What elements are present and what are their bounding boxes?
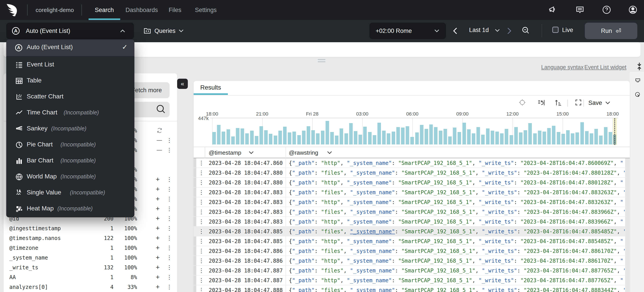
menu-item-table[interactable]: Table <box>6 73 134 89</box>
field-row--write-ts[interactable]: _write_ts132100%+⋮ <box>4 263 177 273</box>
language-syntax-link[interactable]: Language syntax <box>541 64 584 70</box>
add-field-button[interactable]: + <box>156 234 160 242</box>
add-field-button[interactable]: + <box>156 175 160 183</box>
add-field-button[interactable]: + <box>156 283 160 291</box>
interactions-icon[interactable] <box>635 92 641 98</box>
help-icon[interactable] <box>602 5 612 15</box>
visualization-selector[interactable]: A Auto (Event List) <box>6 23 134 39</box>
field-row--system-name[interactable]: _system_name1100%+⋮ <box>4 253 177 263</box>
row-menu-icon[interactable]: ⋮ <box>198 159 204 166</box>
row-menu-icon[interactable]: ⋮ <box>198 228 204 235</box>
time-range-label[interactable]: Last 1d <box>469 27 489 33</box>
event-list-widget-link[interactable]: Event List widget <box>584 64 626 70</box>
refresh-icon[interactable] <box>156 127 163 134</box>
field-row-analyzers-0-[interactable]: analyzers[0]433%+⋮ <box>4 282 177 292</box>
field-menu-icon[interactable]: ⋮ <box>166 244 172 251</box>
collapse-vertical-icon[interactable] <box>636 62 643 71</box>
field-menu-icon[interactable]: ⋮ <box>166 176 172 183</box>
crosshair-icon[interactable] <box>518 99 526 106</box>
time-forward-icon[interactable] <box>507 27 511 34</box>
corelight-logo-icon[interactable] <box>5 3 20 17</box>
fullscreen-icon[interactable] <box>574 99 582 106</box>
add-field-button[interactable]: + <box>156 264 160 271</box>
row-menu-icon[interactable]: ⋮ <box>198 267 204 274</box>
tab-search[interactable]: Search <box>95 7 114 13</box>
menu-item-single-value[interactable]: Single Value(Incompatible) <box>6 185 134 201</box>
field-row--ingesttimestamp[interactable]: @ingesttimestamp1100%+⋮ <box>4 224 177 233</box>
event-histogram[interactable]: 447k 18:0021:00Fri 2803:0006:0009:0012:0… <box>210 118 618 145</box>
event-row[interactable]: ⋮2023-04-28 18:04:47.886{"_path": "files… <box>194 246 630 256</box>
queries-button[interactable]: Queries <box>143 23 184 39</box>
live-checkbox[interactable] <box>552 27 558 33</box>
time-back-icon[interactable] <box>453 27 457 34</box>
row-menu-icon[interactable]: ⋮ <box>198 208 204 215</box>
add-field-button[interactable]: + <box>156 254 160 261</box>
field-menu-icon[interactable]: ⋮ <box>166 264 172 271</box>
field-menu-icon[interactable]: ⋮ <box>166 274 172 281</box>
add-field-button[interactable]: + <box>156 224 160 232</box>
zoom-out-icon[interactable] <box>522 26 530 35</box>
row-menu-icon[interactable]: ⋮ <box>198 189 204 196</box>
event-row[interactable]: ⋮2023-04-28 18:04:47.887{"_path": "http"… <box>194 276 630 285</box>
megaphone-icon[interactable] <box>548 5 558 15</box>
event-row[interactable]: ⋮2023-04-28 18:04:47.886{"_path": "http"… <box>194 256 630 266</box>
format-brush-icon[interactable] <box>635 78 641 84</box>
field-menu-icon[interactable]: ⋮ <box>166 137 172 144</box>
menu-item-sankey[interactable]: Sankey(Incompatible) <box>6 121 134 137</box>
event-row[interactable]: ⋮2023-04-28 18:04:47.885{"_path": "files… <box>194 227 630 236</box>
feedback-icon[interactable] <box>575 5 585 15</box>
resize-handle[interactable] <box>318 59 325 62</box>
field-menu-icon[interactable]: ⋮ <box>166 196 172 202</box>
table-scrollbar[interactable] <box>625 158 630 292</box>
field-menu-icon[interactable]: ⋮ <box>166 254 172 261</box>
wrap-text-icon[interactable] <box>537 99 545 107</box>
event-row[interactable]: ⋮2023-04-28 18:04:47.883{"_path": "http"… <box>194 197 630 207</box>
row-menu-icon[interactable]: ⋮ <box>198 218 204 225</box>
chevron-down-icon[interactable] <box>249 151 254 154</box>
collapse-fields-panel-button[interactable]: « <box>177 79 188 89</box>
event-row[interactable]: ⋮2023-04-28 18:04:47.887{"_path": "files… <box>194 266 630 276</box>
field-menu-icon[interactable]: ⋮ <box>166 205 172 212</box>
add-field-button[interactable]: + <box>156 215 160 222</box>
field-menu-icon[interactable]: ⋮ <box>166 215 172 222</box>
tab-dashboards[interactable]: Dashboards <box>126 7 158 13</box>
event-row[interactable]: ⋮2023-04-28 18:04:47.888{"_path": "files… <box>194 285 630 292</box>
add-field-button[interactable]: + <box>156 185 160 193</box>
timezone-selector[interactable]: +02:00 Rome <box>370 23 446 39</box>
tab-files[interactable]: Files <box>169 7 181 13</box>
event-row[interactable]: ⋮2023-04-28 18:04:47.883{"_path": "http"… <box>194 217 630 227</box>
menu-item-scatter-chart[interactable]: Scatter Chart <box>6 89 134 105</box>
field-row--timezone[interactable]: @timezone1100%+⋮ <box>4 243 177 253</box>
row-menu-icon[interactable]: ⋮ <box>198 257 204 264</box>
row-menu-icon[interactable]: ⋮ <box>198 248 204 254</box>
row-menu-icon[interactable]: ⋮ <box>198 169 204 176</box>
menu-item-heat-map[interactable]: Heat Map(Incompatible) <box>6 201 134 217</box>
workspace-name[interactable]: corelight-demo <box>36 7 74 13</box>
avatar-icon[interactable] <box>628 5 638 15</box>
add-field-button[interactable]: + <box>156 273 160 281</box>
add-field-button[interactable]: + <box>156 244 160 252</box>
event-row[interactable]: ⋮2023-04-28 18:04:47.860{"_path": "http"… <box>194 158 630 168</box>
menu-item-bar-chart[interactable]: Bar Chart(Incompatible) <box>6 153 134 169</box>
field-menu-icon[interactable]: ⋮ <box>166 284 172 290</box>
column-timestamp[interactable]: @timestamp <box>209 149 241 156</box>
row-menu-icon[interactable]: ⋮ <box>198 199 204 205</box>
row-menu-icon[interactable]: ⋮ <box>198 287 204 292</box>
field-menu-icon[interactable]: ⋮ <box>166 147 172 153</box>
field-row-AA[interactable]: AA18%+⋮ <box>4 273 177 282</box>
event-row[interactable]: ⋮2023-04-28 18:04:47.885{"_path": "http"… <box>194 236 630 246</box>
save-button[interactable]: Save <box>588 100 602 107</box>
add-field-button[interactable]: + <box>156 205 160 212</box>
event-row[interactable]: ⋮2023-04-28 18:04:47.883{"_path": "files… <box>194 207 630 217</box>
field-menu-icon[interactable]: ⋮ <box>166 235 172 241</box>
event-row[interactable]: ⋮2023-04-28 18:04:47.880{"_path": "files… <box>194 168 630 178</box>
menu-item-auto-event-list-[interactable]: AAuto (Event List)✓ <box>6 39 134 56</box>
chevron-down-icon[interactable] <box>327 151 332 154</box>
field-menu-icon[interactable]: ⋮ <box>166 225 172 232</box>
menu-item-pie-chart[interactable]: Pie Chart(Incompatible) <box>6 137 134 153</box>
field-row--timestamp-nanos[interactable]: @timestamp.nanos122100%+⋮ <box>4 233 177 243</box>
row-menu-icon[interactable]: ⋮ <box>198 277 204 284</box>
field-menu-icon[interactable]: ⋮ <box>166 186 172 192</box>
sort-ascending-icon[interactable] <box>554 99 562 107</box>
event-row[interactable]: ⋮2023-04-28 18:04:47.883{"_path": "files… <box>194 188 630 197</box>
